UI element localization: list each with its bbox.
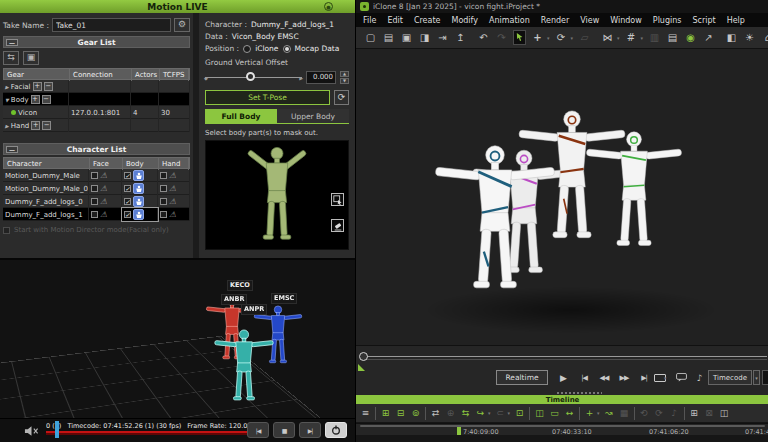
body-checkbox[interactable]: ✓ — [124, 198, 131, 205]
timeline-scrollbar[interactable] — [360, 425, 765, 427]
loop-back-icon[interactable]: ⟲ — [639, 407, 650, 420]
face-checkbox[interactable] — [91, 198, 98, 205]
scene-manager-icon[interactable]: ▤ — [666, 30, 679, 45]
menu-render[interactable]: Render — [541, 16, 569, 25]
align-clip-icon[interactable]: ⊂ — [495, 407, 506, 420]
remove-gear-button[interactable]: − — [42, 121, 51, 130]
character-list-header[interactable]: — Character List — [3, 143, 190, 155]
insert-frame-icon[interactable]: ⊞ — [689, 407, 700, 420]
body-mask-canvas[interactable] — [205, 140, 349, 250]
collect-clip-icon[interactable]: ⊞ — [380, 407, 391, 420]
add-key-icon[interactable]: + — [584, 407, 595, 420]
tab-full-body[interactable]: Full Body — [205, 109, 277, 123]
tab-upper-body[interactable]: Upper Body — [277, 109, 349, 123]
mute-track-icon[interactable]: ♪ — [669, 407, 680, 420]
menu-edit[interactable]: Edit — [387, 16, 403, 25]
face-checkbox[interactable] — [91, 185, 98, 192]
hand-checkbox[interactable] — [160, 211, 167, 218]
remove-gear-button[interactable]: − — [42, 95, 51, 104]
position-radio-iclone[interactable] — [243, 45, 251, 53]
speed-clip-icon[interactable]: ↪ — [475, 407, 486, 420]
ground-offset-value[interactable]: 0.000 — [306, 71, 336, 84]
panel-drag-handle[interactable] — [556, 392, 602, 394]
first-frame-button[interactable]: |◀ — [576, 370, 592, 385]
add-loop-icon[interactable]: ⊕ — [445, 407, 456, 420]
mask-mannequin[interactable] — [235, 145, 319, 247]
mute-speaker-icon[interactable] — [24, 426, 39, 436]
add-gear-button[interactable]: + — [33, 82, 42, 91]
character-row[interactable]: Dummy_F_add_logs_0 ⚠ ✓ ⚠ — [3, 195, 190, 208]
hand-checkbox[interactable] — [160, 185, 167, 192]
flatten-clip-icon[interactable]: ⊟ — [395, 407, 406, 420]
add-gear-button[interactable]: + — [31, 121, 40, 130]
hand-checkbox[interactable] — [160, 172, 167, 179]
mask-clear-button[interactable] — [331, 219, 344, 232]
save-project-icon[interactable]: ▣ — [400, 30, 413, 45]
snap-tool-icon[interactable]: # — [625, 30, 638, 45]
home-view-icon[interactable]: ⌂ — [761, 30, 768, 45]
next-frame-button[interactable]: ▶▶ — [616, 370, 632, 385]
power-record-button[interactable] — [325, 422, 347, 438]
gear-row-body[interactable]: ▼ Body + − — [3, 93, 190, 106]
export-file-icon[interactable]: ↥ — [454, 30, 467, 45]
gear-preset-load-button[interactable]: ⇆ — [3, 51, 19, 65]
gear-preset-save-button[interactable]: ▣ — [23, 51, 39, 65]
face-checkbox[interactable] — [91, 172, 98, 179]
mocap-preview-viewport[interactable]: KECO ANBR ANPR EMSC — [0, 258, 355, 418]
audio-icon[interactable]: ♪ — [694, 370, 704, 385]
spinner-down[interactable]: ▼ — [340, 78, 349, 84]
character-row-selected[interactable]: Dummy_F_add_logs_1 ⚠ ✓ ⚠ — [3, 208, 190, 221]
menu-view[interactable]: View — [580, 16, 599, 25]
iclone-3d-viewport[interactable] — [356, 49, 768, 345]
set-tpose-button[interactable]: Set T-Pose — [205, 90, 330, 105]
loop-toggle-icon[interactable]: ⇄ — [430, 407, 441, 420]
zoom-reset-icon[interactable]: ↔ — [564, 407, 575, 420]
body-tpose-icon[interactable] — [133, 183, 144, 194]
delete-frame-icon[interactable]: ⊠ — [704, 407, 715, 420]
character-row[interactable]: Motion_Dummy_Male ⚠ ✓ ⚠ — [3, 169, 190, 182]
expand-icon[interactable]: ▶ — [5, 123, 9, 129]
break-clip-icon[interactable]: ⇆ — [460, 407, 471, 420]
menu-file[interactable]: File — [363, 16, 376, 25]
curve-editor-icon[interactable]: ↝ — [604, 407, 615, 420]
take-name-input[interactable] — [52, 18, 171, 32]
gear-list-header[interactable]: — Gear List — [3, 36, 190, 48]
timecode-dropdown-icon[interactable]: ▾ — [753, 370, 760, 385]
body-tpose-icon[interactable] — [133, 209, 144, 220]
export-media-icon[interactable]: ⇥ — [436, 30, 449, 45]
menu-help[interactable]: Help — [727, 16, 745, 25]
select-tool-icon[interactable] — [513, 30, 526, 45]
realtime-button[interactable]: Realtime — [496, 370, 548, 385]
body-checkbox[interactable]: ✓ — [124, 185, 131, 192]
dock-panel-icon[interactable]: ◧ — [725, 30, 738, 45]
body-tpose-icon[interactable] — [133, 196, 144, 207]
scale-tool-icon[interactable]: ▱ — [578, 30, 591, 45]
screenshot-icon[interactable]: ◨ — [418, 30, 431, 45]
light-icon[interactable]: ☀ — [743, 30, 756, 45]
zoom-region-icon[interactable]: ▭ — [549, 407, 560, 420]
last-frame-button[interactable]: ▶| — [299, 422, 321, 438]
open-project-icon[interactable]: ▤ — [382, 30, 395, 45]
first-frame-button[interactable]: |◀ — [247, 422, 269, 438]
refresh-icon[interactable]: ⟳ — [334, 90, 349, 105]
remove-gear-button[interactable]: − — [44, 82, 53, 91]
visibility-eye-icon[interactable]: ◉ — [684, 30, 697, 45]
ground-offset-slider[interactable]: ◆ ▶ — [205, 72, 302, 82]
paste-icon[interactable]: ▥ — [648, 30, 661, 45]
prev-frame-button[interactable]: ◀◀ — [596, 370, 612, 385]
hand-checkbox[interactable] — [160, 198, 167, 205]
menu-script[interactable]: Script — [692, 16, 715, 25]
frame-range-icon[interactable]: ◫ — [719, 407, 730, 420]
menu-window[interactable]: Window — [610, 16, 642, 25]
timeline-ruler[interactable]: 7:40:09:00 07:40:33:10 07:41:06:20 07:41… — [356, 423, 768, 435]
position-radio-mocap[interactable] — [283, 45, 291, 53]
motion-live-settings-icon[interactable]: ● — [324, 2, 333, 11]
robot-green[interactable] — [582, 107, 686, 277]
timecode-mode-button[interactable]: Timecode — [708, 370, 752, 385]
track-list-icon[interactable]: ≡ — [360, 407, 371, 420]
motion-director-checkbox[interactable] — [3, 227, 10, 234]
body-tpose-icon[interactable] — [133, 170, 144, 181]
play-button[interactable]: ▶ — [556, 370, 570, 385]
body-checkbox[interactable]: ✓ — [124, 172, 131, 179]
rotate-tool-icon[interactable]: ⟳ — [555, 30, 568, 45]
